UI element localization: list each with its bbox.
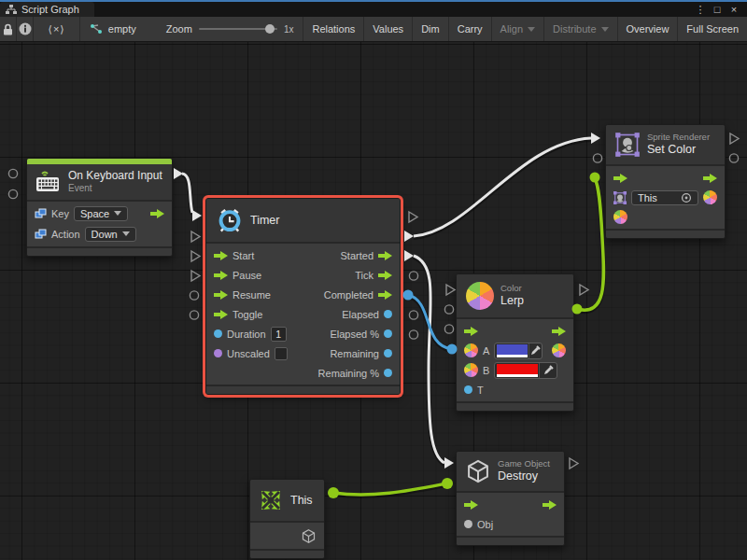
node-body: This [606,166,725,229]
color-b-field[interactable] [494,362,557,379]
sprite-renderer-small-icon[interactable] [613,191,627,204]
node-title: On Keyboard Input [68,169,162,183]
node-color-lerp[interactable]: Color Lerp A [456,273,574,412]
game-object-output-icon[interactable] [301,528,317,544]
value-output-port[interactable] [384,329,392,338]
lock-button[interactable] [0,17,17,41]
color-output-icon[interactable] [552,343,566,357]
value-input-port[interactable] [464,385,472,394]
flow-row [606,168,725,188]
flow-input-arrow[interactable] [464,500,478,510]
node-header: Game Object Destroy [457,452,564,493]
value-input-port[interactable] [214,349,222,357]
node-footer [250,549,324,558]
distribute-button[interactable]: Distribute [544,17,617,41]
key-dropdown[interactable]: Space [74,206,128,221]
value-input-port[interactable] [214,329,222,338]
flow-input-arrow[interactable] [214,290,228,300]
chevron-down-icon [122,231,130,236]
obj-label: Obj [477,519,493,530]
fullscreen-button[interactable]: Full Screen [678,17,747,41]
flow-output-arrow[interactable] [150,209,164,218]
window-controls: ⋮ □ × [693,2,747,17]
unscaled-checkbox[interactable] [275,347,288,360]
close-icon[interactable]: × [726,4,741,15]
node-destroy[interactable]: Game Object Destroy Obj [456,451,565,546]
info-button[interactable] [17,17,34,41]
node-timer[interactable]: Timer Start Started Pause Tick Resume Co… [205,198,401,395]
maximize-icon[interactable]: □ [710,4,725,15]
action-dropdown[interactable]: Down [85,227,136,242]
eyedropper-button[interactable] [529,343,542,359]
window-menu-icon[interactable]: ⋮ [693,4,708,16]
port-row: Start Started [206,245,400,265]
value-output-port[interactable] [384,310,392,318]
node-on-keyboard-input[interactable]: On Keyboard Input Event Key Space [26,158,173,257]
eyedropper-button[interactable] [539,362,557,379]
object-picker-icon[interactable] [681,192,692,203]
color-output-icon[interactable] [703,190,717,204]
values-button[interactable]: Values [364,17,413,41]
tab-script-graph[interactable]: Script Graph [0,2,94,17]
zoom-slider-knob[interactable] [265,24,275,34]
zoom-slider[interactable] [199,28,277,30]
t-label: T [477,385,484,396]
output-label: Completed [324,289,374,301]
value-output-port[interactable] [384,349,392,357]
eyedropper-icon [530,345,541,356]
node-this[interactable]: This [249,479,325,559]
color-port-icon[interactable] [464,343,478,357]
align-button[interactable]: Align [492,17,544,41]
input-label: Unscaled [227,348,270,359]
target-object-field[interactable]: This [631,190,698,205]
port-row: Duration1 Elapsed % [206,324,400,343]
flow-output-arrow[interactable] [543,500,557,510]
port-row-action: Action Down [27,224,172,245]
color-b-swatch[interactable] [497,364,538,377]
chevron-down-icon [601,27,609,32]
port-row-b: B [457,360,573,380]
overview-button[interactable]: Overview [618,17,679,41]
output-label: Remaining [330,348,379,359]
duration-input[interactable]: 1 [271,327,287,342]
flow-input-arrow[interactable] [613,174,627,183]
graph-icon [6,5,17,15]
action-value: Down [92,229,118,240]
port-row-color [606,207,725,227]
flow-output-arrow[interactable] [378,271,392,280]
input-label: Pause [233,270,261,281]
relations-button[interactable]: Relations [303,17,364,41]
value-input-port[interactable] [464,520,472,528]
color-a-swatch[interactable] [497,344,527,357]
port-row: Resume Completed [206,285,400,304]
color-wheel-icon [466,282,494,310]
flow-output-arrow[interactable] [703,174,717,183]
graph-breadcrumb[interactable]: empty [80,17,146,41]
color-input-icon[interactable] [613,210,627,224]
game-object-icon [465,458,491,484]
color-port-icon[interactable] [464,363,478,377]
node-category: Sprite Renderer [647,132,710,143]
flow-input-arrow[interactable] [214,251,228,260]
color-a-field[interactable] [494,343,543,359]
flow-input-arrow[interactable] [214,310,228,319]
node-header: Color Lerp [457,274,573,319]
node-subtitle: Event [68,183,162,195]
output-label: Tick [355,270,374,281]
flow-output-arrow[interactable] [378,251,392,260]
flow-output-arrow[interactable] [378,290,392,300]
graph-canvas[interactable]: On Keyboard Input Event Key Space [0,42,747,560]
target-value: This [638,192,677,203]
literal-icon [35,229,47,240]
node-set-color[interactable]: Sprite Renderer Set Color [605,124,726,239]
node-body: A B [457,319,573,401]
value-output-port[interactable] [384,369,392,377]
flow-output-arrow[interactable] [552,327,566,336]
node-body: Obj [457,493,564,536]
flow-input-arrow[interactable] [214,271,228,280]
chevron-down-icon [528,27,535,32]
carry-button[interactable]: Carry [449,17,492,41]
dim-button[interactable]: Dim [413,17,449,41]
flow-input-arrow[interactable] [464,327,478,336]
code-preview-button[interactable]: ⟨×⟩ [34,17,79,41]
